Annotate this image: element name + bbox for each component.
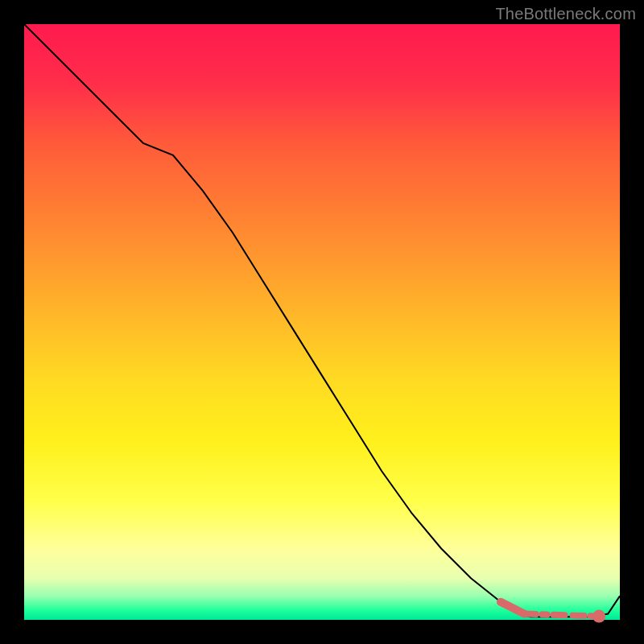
plot-area xyxy=(24,24,620,620)
highlight-solid-segment xyxy=(501,602,525,614)
highlight-point xyxy=(592,610,605,623)
main-curve-line xyxy=(24,24,620,617)
attribution-text: TheBottleneck.com xyxy=(495,5,636,23)
chart-container: TheBottleneck.com xyxy=(0,0,644,644)
chart-svg xyxy=(24,24,620,620)
highlight-dashed-segment xyxy=(525,614,597,617)
